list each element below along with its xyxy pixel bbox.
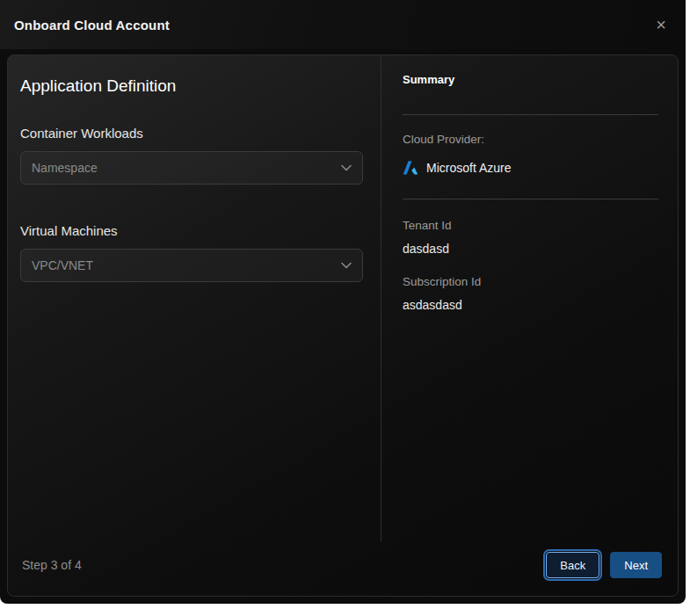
cloud-provider-label: Cloud Provider: — [403, 133, 658, 146]
virtual-machines-label: Virtual Machines — [20, 223, 363, 238]
azure-icon — [403, 160, 418, 176]
summary-divider — [403, 114, 658, 115]
tenant-id-label: Tenant Id — [403, 219, 658, 232]
chevron-down-icon — [341, 262, 352, 269]
chevron-down-icon — [341, 164, 352, 171]
close-icon[interactable]: × — [652, 14, 670, 35]
next-button[interactable]: Next — [610, 552, 662, 578]
summary-section: Summary Cloud Provider: Microsoft Azure … — [381, 55, 678, 541]
tenant-id-value: dasdasd — [403, 242, 658, 256]
summary-title: Summary — [403, 73, 658, 86]
container-workloads-label: Container Workloads — [20, 126, 363, 141]
vpc-vnet-select-placeholder: VPC/VNET — [32, 258, 93, 272]
summary-divider — [403, 199, 658, 199]
modal-title: Onboard Cloud Account — [14, 18, 170, 33]
onboard-cloud-account-modal: Onboard Cloud Account × Application Defi… — [0, 0, 686, 604]
subscription-id-label: Subscription Id — [403, 275, 658, 288]
namespace-select-placeholder: Namespace — [32, 161, 98, 175]
application-definition-section: Application Definition Container Workloa… — [8, 55, 381, 541]
wizard-panel: Application Definition Container Workloa… — [7, 54, 679, 597]
subscription-id-value: asdasdasd — [403, 298, 658, 312]
back-button[interactable]: Back — [546, 552, 599, 578]
step-indicator: Step 3 of 4 — [22, 558, 82, 572]
application-definition-title: Application Definition — [20, 76, 363, 96]
vpc-vnet-select[interactable]: VPC/VNET — [20, 249, 363, 282]
namespace-select[interactable]: Namespace — [20, 151, 363, 185]
panel-footer: Step 3 of 4 Back Next — [8, 541, 678, 596]
modal-header: Onboard Cloud Account × — [0, 0, 686, 49]
cloud-provider-value: Microsoft Azure — [426, 161, 511, 175]
footer-actions: Back Next — [546, 552, 662, 578]
panel-body: Application Definition Container Workloa… — [8, 55, 678, 541]
cloud-provider-row: Microsoft Azure — [403, 160, 658, 176]
